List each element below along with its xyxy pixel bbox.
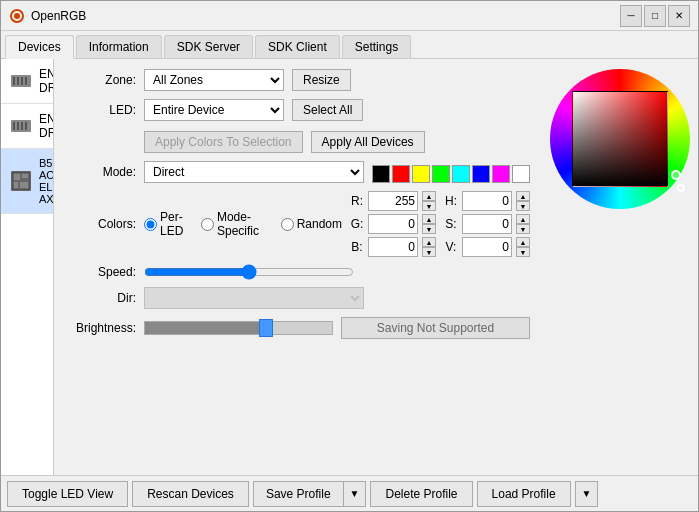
v-up-button[interactable]: ▲ xyxy=(516,237,530,247)
led-select[interactable]: Entire Device xyxy=(144,99,284,121)
g-up-button[interactable]: ▲ xyxy=(422,214,436,224)
r-label: R: xyxy=(350,194,364,208)
load-profile-button[interactable]: Load Profile xyxy=(477,481,571,507)
b-up-button[interactable]: ▲ xyxy=(422,237,436,247)
main-window: OpenRGB ─ □ ✕ Devices Information SDK Se… xyxy=(0,0,699,512)
swatch-red[interactable] xyxy=(392,165,410,183)
speed-label: Speed: xyxy=(66,265,136,279)
s-up-button[interactable]: ▲ xyxy=(516,214,530,224)
mode-specific-label: Mode-Specific xyxy=(217,210,271,238)
v-down-button[interactable]: ▼ xyxy=(516,247,530,257)
brightness-label: Brightness: xyxy=(66,321,136,335)
g-input[interactable] xyxy=(368,214,418,234)
mode-specific-radio[interactable] xyxy=(201,218,214,231)
apply-colors-button[interactable]: Apply Colors To Selection xyxy=(144,131,303,153)
device-label-ene1: ENE DRAM xyxy=(39,67,54,95)
s-label: S: xyxy=(444,217,458,231)
apply-all-button[interactable]: Apply All Devices xyxy=(311,131,425,153)
per-led-radio[interactable] xyxy=(144,218,157,231)
toggle-led-view-button[interactable]: Toggle LED View xyxy=(7,481,128,507)
svg-rect-3 xyxy=(14,174,20,180)
mode-select[interactable]: Direct xyxy=(144,161,364,183)
zone-label: Zone: xyxy=(66,73,136,87)
title-bar-left: OpenRGB xyxy=(9,8,86,24)
tab-information[interactable]: Information xyxy=(76,35,162,58)
dir-label: Dir: xyxy=(66,291,136,305)
resize-button[interactable]: Resize xyxy=(292,69,351,91)
h-input[interactable] xyxy=(462,191,512,211)
swatch-black[interactable] xyxy=(372,165,390,183)
per-led-option[interactable]: Per-LED xyxy=(144,210,191,238)
v-label: V: xyxy=(444,240,458,254)
b-down-button[interactable]: ▼ xyxy=(422,247,436,257)
r-up-button[interactable]: ▲ xyxy=(422,191,436,201)
dir-select[interactable] xyxy=(144,287,364,309)
apply-row: Apply Colors To Selection Apply All Devi… xyxy=(66,131,530,153)
tab-bar: Devices Information SDK Server SDK Clien… xyxy=(1,31,698,59)
swatch-blue[interactable] xyxy=(472,165,490,183)
tab-sdk-server[interactable]: SDK Server xyxy=(164,35,253,58)
ram-icon-1 xyxy=(11,75,31,87)
mode-specific-option[interactable]: Mode-Specific xyxy=(201,210,271,238)
profile-dropdown-button[interactable]: ▼ xyxy=(575,481,599,507)
speed-slider[interactable] xyxy=(144,265,354,279)
save-profile-arrow[interactable]: ▼ xyxy=(343,481,367,507)
delete-profile-button[interactable]: Delete Profile xyxy=(370,481,472,507)
dir-row: Dir: xyxy=(66,287,530,309)
tab-settings[interactable]: Settings xyxy=(342,35,411,58)
r-input[interactable] xyxy=(368,191,418,211)
close-button[interactable]: ✕ xyxy=(668,5,690,27)
brightness-thumb[interactable] xyxy=(259,319,273,337)
rescan-devices-button[interactable]: Rescan Devices xyxy=(132,481,249,507)
saving-not-supported-text: Saving Not Supported xyxy=(377,321,494,335)
colors-radio-group: Per-LED Mode-Specific Random xyxy=(144,210,342,238)
s-input[interactable] xyxy=(462,214,512,234)
h-down-button[interactable]: ▼ xyxy=(516,201,530,211)
swatch-white[interactable] xyxy=(512,165,530,183)
device-item-ene1[interactable]: ENE DRAM xyxy=(1,59,53,104)
zone-select[interactable]: All Zones xyxy=(144,69,284,91)
select-all-button[interactable]: Select All xyxy=(292,99,363,121)
svg-rect-5 xyxy=(14,182,18,188)
tab-sdk-client[interactable]: SDK Client xyxy=(255,35,340,58)
color-wheel-panel xyxy=(542,59,698,475)
colors-label: Colors: xyxy=(66,217,136,231)
led-label: LED: xyxy=(66,103,136,117)
random-option[interactable]: Random xyxy=(281,217,342,231)
wheel-cursor[interactable] xyxy=(671,170,681,180)
swatch-magenta[interactable] xyxy=(492,165,510,183)
per-led-label: Per-LED xyxy=(160,210,191,238)
brightness-row: Brightness: Saving Not Supported xyxy=(66,317,530,339)
device-item-b550[interactable]: B550 AORUS ELITE AX V2 xyxy=(1,149,53,214)
device-list: ENE DRAM ENE DRAM B550 AORUS ELITE AX V2 xyxy=(1,59,54,475)
r-down-button[interactable]: ▼ xyxy=(422,201,436,211)
device-item-ene2[interactable]: ENE DRAM xyxy=(1,104,53,149)
save-profile-button[interactable]: Save Profile xyxy=(253,481,343,507)
svg-rect-4 xyxy=(22,174,28,178)
h-up-button[interactable]: ▲ xyxy=(516,191,530,201)
brightness-slider-track[interactable] xyxy=(144,321,333,335)
r-spinner: ▲ ▼ xyxy=(422,191,436,211)
swatch-green[interactable] xyxy=(432,165,450,183)
g-down-button[interactable]: ▼ xyxy=(422,224,436,234)
b-label: B: xyxy=(350,240,364,254)
color-cursor[interactable] xyxy=(677,184,685,192)
h-label: H: xyxy=(444,194,458,208)
swatch-yellow[interactable] xyxy=(412,165,430,183)
controls-panel: Zone: All Zones Resize LED: Entire Devic… xyxy=(54,59,542,475)
h-spinner: ▲ ▼ xyxy=(516,191,530,211)
s-down-button[interactable]: ▼ xyxy=(516,224,530,234)
title-bar: OpenRGB ─ □ ✕ xyxy=(1,1,698,31)
swatch-cyan[interactable] xyxy=(452,165,470,183)
random-radio[interactable] xyxy=(281,218,294,231)
v-input[interactable] xyxy=(462,237,512,257)
b-input[interactable] xyxy=(368,237,418,257)
minimize-button[interactable]: ─ xyxy=(620,5,642,27)
color-wheel-container[interactable] xyxy=(550,69,690,209)
g-input-row: G: ▲ ▼ xyxy=(350,214,436,234)
color-square[interactable] xyxy=(572,91,668,187)
tab-devices[interactable]: Devices xyxy=(5,35,74,59)
app-icon xyxy=(9,8,25,24)
maximize-button[interactable]: □ xyxy=(644,5,666,27)
random-label: Random xyxy=(297,217,342,231)
